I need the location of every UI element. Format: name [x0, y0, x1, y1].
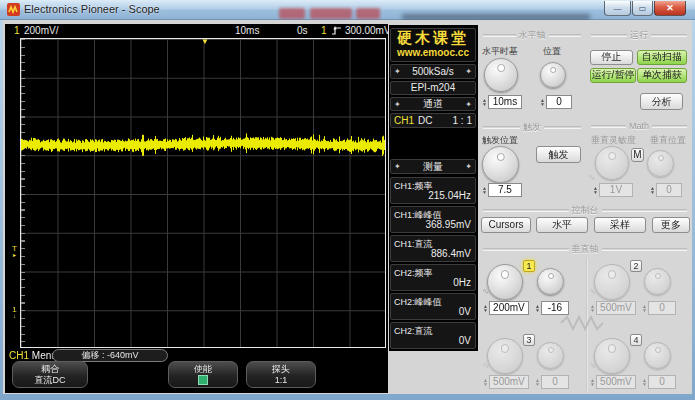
- horizontal-position-field[interactable]: 0: [546, 95, 572, 109]
- ch3-scale-field[interactable]: 500mV: [489, 375, 529, 389]
- trigger-position-field[interactable]: 7.5: [488, 183, 522, 197]
- ch4-scale-field[interactable]: 500mV: [596, 375, 636, 389]
- ch2-scale-knob[interactable]: [594, 264, 630, 300]
- scope-display[interactable]: ▼: [20, 38, 386, 348]
- right-diamond-icon[interactable]: ✦: [465, 100, 472, 109]
- ch2-position-field[interactable]: 0: [648, 301, 676, 315]
- analyze-button[interactable]: 分析: [640, 93, 683, 110]
- minimize-button[interactable]: —: [604, 1, 631, 16]
- run-pause-button[interactable]: 运行/暂停: [590, 68, 636, 83]
- spinner-down-icon[interactable]: ▼: [482, 190, 487, 194]
- trigger-position-knob[interactable]: [482, 146, 519, 183]
- cursors-button[interactable]: Cursors: [481, 217, 531, 233]
- timebase-knob[interactable]: [484, 58, 518, 92]
- spinner-arrows-icon[interactable]: ▲▼: [535, 304, 540, 312]
- channel-status-row[interactable]: CH1 DC 1 : 1: [390, 113, 476, 128]
- math-sensitivity-spinner[interactable]: ▲▼ 1V: [593, 183, 633, 197]
- close-button[interactable]: ✕: [654, 1, 686, 16]
- ch2-scale-field[interactable]: 500mV: [596, 301, 636, 315]
- ch1-scale-knob[interactable]: [487, 264, 523, 300]
- ch3-badge-button[interactable]: 3: [523, 334, 535, 346]
- left-diamond-icon[interactable]: ✦: [394, 162, 401, 171]
- spinner-down-icon[interactable]: ▼: [650, 190, 655, 194]
- trigger-position-spinner[interactable]: ▲▼ 7.5: [482, 183, 522, 197]
- ch3-position-spinner[interactable]: ▲▼ 0: [535, 375, 569, 389]
- spinner-arrows-icon[interactable]: ▲▼: [590, 378, 595, 386]
- timebase-spinner[interactable]: ▲▼ 10ms: [482, 95, 522, 109]
- ch4-scale-spinner[interactable]: ▲▼ 500mV: [590, 375, 636, 389]
- ch1-position-knob[interactable]: [537, 268, 564, 295]
- enable-button[interactable]: 使能: [168, 361, 238, 388]
- spinner-down-icon[interactable]: ▼: [642, 382, 647, 386]
- spinner-down-icon[interactable]: ▼: [593, 190, 598, 194]
- horizontal-position-spinner[interactable]: ▲▼ 0: [540, 95, 572, 109]
- ch1-scale-field[interactable]: 200mV: [489, 301, 529, 315]
- spinner-down-icon[interactable]: ▼: [535, 382, 540, 386]
- spinner-arrows-icon[interactable]: ▲▼: [482, 98, 487, 106]
- spinner-down-icon[interactable]: ▼: [642, 308, 647, 312]
- enable-checkbox[interactable]: [198, 375, 208, 385]
- stop-button[interactable]: 停止: [590, 50, 633, 65]
- trigger-level-marker[interactable]: T ▸: [9, 246, 20, 258]
- ch1-offset-marker[interactable]: 1 ↓: [9, 307, 20, 319]
- ch4-scale-knob[interactable]: [594, 338, 630, 374]
- math-m-button[interactable]: M: [631, 148, 644, 162]
- ch2-scale-spinner[interactable]: ▲▼ 500mV: [590, 301, 636, 315]
- horizontal-menu-button[interactable]: 水平: [536, 217, 588, 233]
- maximize-button[interactable]: ▭: [632, 1, 653, 16]
- ch2-badge-button[interactable]: 2: [630, 260, 642, 272]
- math-position-spinner[interactable]: ▲▼ 0: [650, 183, 682, 197]
- spinner-down-icon[interactable]: ▼: [482, 102, 487, 106]
- ch3-scale-spinner[interactable]: ▲▼ 500mV: [483, 375, 529, 389]
- spinner-down-icon[interactable]: ▼: [590, 382, 595, 386]
- spinner-arrows-icon[interactable]: ▲▼: [590, 304, 595, 312]
- coupling-button[interactable]: 耦合 直流DC: [12, 361, 88, 388]
- ch3-position-knob[interactable]: [537, 342, 564, 369]
- more-button[interactable]: 更多: [652, 217, 690, 233]
- spinner-down-icon[interactable]: ▼: [483, 382, 488, 386]
- spinner-arrows-icon[interactable]: ▲▼: [650, 186, 655, 194]
- spinner-down-icon[interactable]: ▼: [535, 308, 540, 312]
- spinner-arrows-icon[interactable]: ▲▼: [593, 186, 598, 194]
- timebase-field[interactable]: 10ms: [488, 95, 522, 109]
- trigger-position-marker[interactable]: ▼: [201, 38, 209, 46]
- left-diamond-icon[interactable]: ✦: [394, 67, 401, 76]
- ch2-position-knob[interactable]: [644, 268, 671, 295]
- left-diamond-icon[interactable]: ✦: [394, 100, 401, 109]
- spinner-arrows-icon[interactable]: ▲▼: [483, 304, 488, 312]
- ch2-position-spinner[interactable]: ▲▼ 0: [642, 301, 676, 315]
- ch1-position-field[interactable]: -16: [541, 301, 569, 315]
- ch1-badge-button[interactable]: 1: [523, 260, 535, 272]
- ch3-scale-knob[interactable]: [487, 338, 523, 374]
- titlebar[interactable]: Electronics Pioneer - Scope — ▭ ✕: [0, 0, 695, 20]
- math-sensitivity-field[interactable]: 1V: [599, 183, 633, 197]
- spinner-down-icon[interactable]: ▼: [590, 308, 595, 312]
- spinner-arrows-icon[interactable]: ▲▼: [483, 378, 488, 386]
- ch4-position-knob[interactable]: [644, 342, 671, 369]
- ch1-scale-spinner[interactable]: ▲▼ 200mV: [483, 301, 529, 315]
- probe-button[interactable]: 探头 1:1: [246, 361, 316, 388]
- spinner-arrows-icon[interactable]: ▲▼: [642, 304, 647, 312]
- measurement-row: CH1:峰峰值 368.95mV: [390, 206, 476, 233]
- ch4-position-field[interactable]: 0: [648, 375, 676, 389]
- spinner-arrows-icon[interactable]: ▲▼: [540, 98, 545, 106]
- right-diamond-icon[interactable]: ✦: [465, 67, 472, 76]
- trigger-button[interactable]: 触发: [536, 146, 581, 163]
- ch3-position-field[interactable]: 0: [541, 375, 569, 389]
- right-diamond-icon[interactable]: ✦: [465, 162, 472, 171]
- single-capture-button[interactable]: 单次捕获: [637, 68, 687, 83]
- spinner-down-icon[interactable]: ▼: [540, 102, 545, 106]
- ch4-badge-button[interactable]: 4: [630, 334, 642, 346]
- auto-scan-button[interactable]: 自动扫描: [637, 50, 687, 65]
- math-position-knob[interactable]: [647, 150, 674, 177]
- horizontal-position-knob[interactable]: [540, 62, 566, 88]
- math-sensitivity-knob[interactable]: [595, 146, 629, 180]
- spinner-arrows-icon[interactable]: ▲▼: [535, 378, 540, 386]
- ch4-position-spinner[interactable]: ▲▼ 0: [642, 375, 676, 389]
- math-position-field[interactable]: 0: [656, 183, 682, 197]
- ch1-position-spinner[interactable]: ▲▼ -16: [535, 301, 569, 315]
- spinner-down-icon[interactable]: ▼: [483, 308, 488, 312]
- sampling-button[interactable]: 采样: [594, 217, 646, 233]
- spinner-arrows-icon[interactable]: ▲▼: [642, 378, 647, 386]
- spinner-arrows-icon[interactable]: ▲▼: [482, 186, 487, 194]
